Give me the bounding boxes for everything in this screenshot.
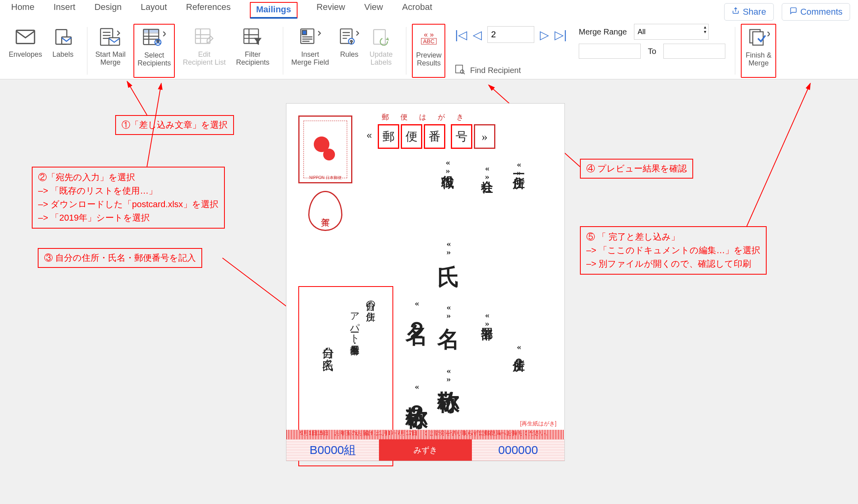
zip-cell[interactable]: 番 [424,124,445,149]
callout-2-line4: –> 「2019年」シートを選択 [38,211,218,225]
envelopes-label: Envelopes [9,51,42,59]
merge-range-to-label: To [648,47,656,56]
edit-recipient-list-label: Edit Recipient List [183,51,226,67]
merge-range-to-input[interactable] [663,44,725,59]
document-page[interactable]: 郵 便 は が き NIPPON 日本郵便 年賀 « 郵 便 番 号 » «住所… [286,103,565,461]
zip-cell[interactable]: 便 [401,124,422,149]
field-firstname[interactable]: «名» [437,302,460,319]
merge-range-from-input[interactable] [579,44,641,59]
tab-references[interactable]: References [186,2,231,19]
tab-home[interactable]: Home [11,2,35,19]
start-mail-merge-button[interactable]: Start Mail Merge [93,24,128,76]
tab-layout[interactable]: Layout [141,2,167,19]
insert-merge-field-button[interactable]: Insert Merge Field [289,24,331,76]
sender-address[interactable]: 自分の住所 [366,294,375,305]
field-name2[interactable]: «名２» [406,298,428,337]
rules-icon: ? [339,24,359,50]
svg-point-8 [157,40,159,42]
svg-rect-6 [143,29,158,33]
tab-acrobat[interactable]: Acrobat [402,2,432,19]
recipient-zip-boxes: « 郵 便 番 号 » [378,124,495,149]
zip-cell[interactable]: » [474,124,495,149]
tab-review[interactable]: Review [317,2,345,19]
envelopes-button[interactable]: Envelopes [6,24,44,76]
update-labels-icon [372,24,390,50]
finish-merge-button[interactable]: Finish & Merge [741,24,776,78]
field-title[interactable]: «役職» [441,157,454,174]
select-recipients-button[interactable]: Select Recipients [133,24,175,78]
tab-view[interactable]: View [364,2,383,19]
finish-merge-icon [748,25,770,51]
callout-2-line2: –> 「既存のリストを使用…」 [38,184,218,198]
preview-results-label: Preview Results [416,52,441,67]
recycled-paper-label: [再生紙はがき] [520,420,557,427]
field-company[interactable]: «会社» [481,163,493,180]
preview-results-icon: « »ABC [421,25,437,51]
comments-button[interactable]: Comments [782,3,850,21]
callout-4: ④ プレビュー結果を確認 [580,159,693,179]
callout-2-line3: –> ダウンロードした「postcard.xlsx」を選択 [38,198,218,211]
tab-mailings[interactable]: Mailings [250,2,298,19]
svg-rect-16 [374,30,385,44]
share-button[interactable]: Share [724,3,774,21]
preview-results-button[interactable]: « »ABC Preview Results [412,24,445,78]
tab-design[interactable]: Design [95,2,122,19]
edit-recipient-list-button: Edit Recipient List [180,24,228,76]
lottery-group: B0000組 [286,439,379,461]
record-number-input[interactable] [487,26,534,43]
field-address2[interactable]: «住所２» [513,342,525,370]
field-department[interactable]: «部署» [481,310,493,327]
separator [735,27,735,75]
merge-chevron-icon: « [367,130,372,141]
last-record-button[interactable]: ▷| [555,28,567,42]
filter-recipients-label: Filter Recipients [236,51,269,67]
next-record-button[interactable]: ▷ [540,28,549,42]
update-labels-label: Update Labels [369,51,392,67]
svg-line-25 [747,83,810,226]
menubar: Home Insert Design Layout References Mai… [0,0,858,21]
svg-rect-2 [62,37,71,44]
find-recipient-icon [455,64,465,77]
svg-text:?: ? [350,40,353,44]
tab-insert[interactable]: Insert [54,2,75,19]
field-honorific2[interactable]: «敬称２» [406,381,428,420]
merge-range-select[interactable] [634,24,709,40]
field-address1[interactable]: «住所一» [513,159,525,176]
find-recipient-button[interactable]: Find Recipient [470,66,521,75]
field-honorific[interactable]: «敬称» [437,365,460,382]
edit-recipient-list-icon [194,24,214,50]
nenga-seal: 年賀 [308,191,342,231]
svg-rect-0 [16,30,35,43]
start-mail-merge-label: Start Mail Merge [95,51,126,67]
first-record-button[interactable]: |◁ [455,28,467,42]
lottery-banner: 9月1日15日 お年玉のお届けは1月17~7月17日 くじ部分を切り取らずに郵便… [286,430,564,439]
select-recipients-icon [143,25,166,51]
separator [87,27,87,75]
field-lastname[interactable]: «氏» [437,239,460,255]
svg-rect-12 [302,31,307,35]
filter-recipients-button[interactable]: Filter Recipients [234,24,272,76]
sender-name[interactable]: 自分 氏名 [322,338,334,350]
zip-cell[interactable]: 郵 [378,124,399,149]
separator [406,27,406,75]
lottery-mid: みずき [379,439,472,461]
select-recipients-label: Select Recipients [137,52,171,67]
comment-icon [789,7,797,17]
svg-line-21 [127,81,147,115]
finish-merge-label: Finish & Merge [746,52,771,67]
svg-rect-17 [456,65,463,73]
svg-line-23 [222,258,296,314]
svg-rect-4 [109,38,120,45]
postcard-header: 郵 便 は が き [382,112,468,122]
callout-2: ②「宛先の入力」を選択 –> 「既存のリストを使用…」 –> ダウンロードした「… [32,167,225,229]
callout-2-line1: ②「宛先の入力」を選択 [38,171,218,184]
prev-record-button[interactable]: ◁ [473,28,482,42]
rules-button[interactable]: ? Rules [337,24,361,76]
labels-button[interactable]: Labels [50,24,76,76]
svg-rect-10 [244,29,259,44]
stamp-brand-label: NIPPON 日本郵便 [300,175,351,181]
zip-cell[interactable]: 号 [451,124,472,149]
sender-apt[interactable]: アパート名・部屋番号 [350,306,359,338]
share-icon [732,7,740,17]
comments-label: Comments [800,7,843,17]
